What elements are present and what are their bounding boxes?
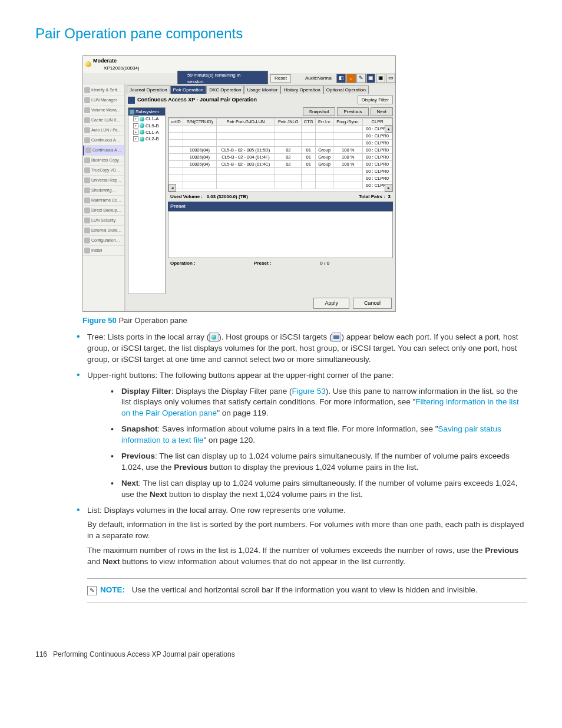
app-icon <box>85 61 91 67</box>
previous-button[interactable]: Previous <box>337 107 368 116</box>
table-row[interactable]: 00 : CLPR0 <box>169 175 392 182</box>
tree-node[interactable]: +CL1-A <box>128 129 165 136</box>
sidebar-item[interactable]: LUN Security <box>83 216 124 226</box>
page-number: 116 <box>35 650 47 658</box>
table-row[interactable]: 10026(04)CL5-B - 02 - 004 (01:4F)0201Gro… <box>169 154 392 161</box>
tree-node[interactable]: +CL1-A <box>128 116 165 122</box>
sidebar-icon <box>84 218 90 223</box>
column-header[interactable]: Pair Port-G-ID-LUN <box>216 118 275 126</box>
expand-icon[interactable]: + <box>133 123 138 129</box>
total-pairs-value: 3 <box>388 194 391 199</box>
reset-button[interactable]: Reset <box>270 74 291 83</box>
table-row[interactable]: 00 : CLPR0 <box>169 126 392 133</box>
sidebar-item[interactable]: Universal Rep… <box>83 176 124 186</box>
bullet-tree: Tree: Lists ports in the local array ().… <box>77 332 527 365</box>
toolbar-icon-3[interactable]: ✎ <box>356 74 366 83</box>
cancel-button[interactable]: Cancel <box>353 298 392 309</box>
tab[interactable]: Usage Monitor <box>244 85 280 94</box>
sidebar-item[interactable]: Continuous A… <box>83 136 124 146</box>
toolbar-icon-1[interactable]: ◧ <box>336 74 346 83</box>
tab[interactable]: DKC Operation <box>206 85 244 94</box>
sidebar-item[interactable]: External Stora… <box>83 226 124 236</box>
sub-next: Next: The list can display up to 1,024 v… <box>111 478 527 500</box>
apply-button[interactable]: Apply <box>313 298 349 309</box>
sidebar-item[interactable]: Identify & Sett… <box>83 85 124 95</box>
left-sidebar: Identify & Sett…LUN ManagerVolume Mana…C… <box>83 84 125 311</box>
tab[interactable]: Optional Operation <box>323 85 369 94</box>
table-row[interactable]: 00 : CLPR0 <box>169 168 392 175</box>
toolbar-icon-6[interactable]: ▭ <box>386 74 395 83</box>
display-filter-button[interactable]: Display Filter <box>358 95 393 104</box>
sidebar-icon <box>84 97 90 103</box>
sidebar-item[interactable]: Auto LUN / Pa… <box>83 126 124 136</box>
sidebar-icon <box>84 197 90 203</box>
tab[interactable]: Journal Operation <box>127 85 170 94</box>
host-group-icon <box>332 332 341 342</box>
tab-row: Journal OperationPair OperationDKC Opera… <box>125 84 395 94</box>
sidebar-icon <box>84 187 90 193</box>
scroll-up-icon[interactable]: ▴ <box>385 125 392 133</box>
tree-root[interactable]: Subsystem <box>128 108 165 116</box>
list-para-2: The maximum number of rows in the list i… <box>87 545 527 568</box>
link-figure-53[interactable]: Figure 53 <box>292 387 326 396</box>
preset-label: Preset : <box>254 261 271 266</box>
sidebar-icon <box>84 87 90 93</box>
sidebar-item[interactable]: LUN Manager <box>83 95 124 106</box>
toolbar-icon-4[interactable]: ▣ <box>366 74 376 83</box>
expand-icon[interactable]: + <box>133 130 138 135</box>
table-row[interactable]: 00 : CLPR0 <box>169 133 392 140</box>
column-header[interactable]: CLPR <box>363 118 392 126</box>
sidebar-icon <box>84 107 90 113</box>
page-heading: Pair Operation pane components <box>35 24 527 44</box>
expand-icon[interactable]: + <box>133 136 138 141</box>
toolbar-icon-5[interactable]: ▣ <box>376 74 385 83</box>
sidebar-item[interactable]: Volume Mana… <box>83 106 124 116</box>
tree-panel[interactable]: Subsystem +CL1-A+CL5-B+CL1-A+CL2-B <box>128 107 166 294</box>
sidebar-item[interactable]: Configuration… <box>83 236 124 246</box>
sidebar-item[interactable]: TrueCopy I/O… <box>83 166 124 176</box>
note-icon: ✎ <box>87 586 97 595</box>
sidebar-item[interactable]: Continuous A… <box>83 146 124 156</box>
port-icon <box>140 123 144 128</box>
note-label: NOTE: <box>100 585 125 594</box>
sidebar-item[interactable]: Cache LUN X… <box>83 116 124 126</box>
snapshot-button[interactable]: Snapshot <box>303 107 336 116</box>
column-header[interactable]: CTG <box>302 118 316 126</box>
summary-row: Used Volume : 0.03 (32000.0) (TB) Total … <box>168 192 393 201</box>
sub-previous: Previous: The list can display up to 1,0… <box>111 451 527 473</box>
next-button[interactable]: Next <box>371 107 393 116</box>
tree-node[interactable]: +CL2-B <box>128 136 165 142</box>
used-volume-label: Used Volume : <box>170 194 203 199</box>
column-header[interactable]: ortID <box>169 118 183 126</box>
table-row[interactable]: 00 : CLPR0 <box>169 182 392 189</box>
tree-root-icon <box>130 110 134 114</box>
port-icon <box>140 130 144 134</box>
scroll-left-icon[interactable]: ◂ <box>168 184 176 192</box>
sub-snapshot: Snapshot: Saves information about volume… <box>111 424 527 446</box>
note-text: Use the vertical and horizontal scroll b… <box>132 585 478 594</box>
tab[interactable]: History Operation <box>280 85 323 94</box>
column-header[interactable]: Prog./Sync. <box>333 118 363 126</box>
expand-icon[interactable]: + <box>133 116 138 121</box>
sidebar-item[interactable]: Direct Backup… <box>83 206 124 216</box>
total-pairs-label: Total Pairs : <box>359 194 385 199</box>
page-footer: 116 Performing Continuous Access XP Jour… <box>35 650 527 660</box>
scroll-right-icon[interactable]: ▸ <box>385 184 392 192</box>
column-header[interactable]: Pair JNLG <box>275 118 302 126</box>
sidebar-item[interactable]: Shadowing… <box>83 186 124 196</box>
toolbar-icon-2[interactable]: ⌵ <box>346 74 356 83</box>
sidebar-item[interactable]: Install <box>83 246 124 256</box>
sidebar-item[interactable]: Business Copy… <box>83 156 124 166</box>
volume-table: ortIDS/N(CTRLID)Pair Port-G-ID-LUNPair J… <box>168 118 392 189</box>
table-row[interactable]: 00 : CLPR0 <box>169 140 392 147</box>
table-row[interactable]: 10026(04)CL5-B - 02 - 003 (01:4C)0201Gro… <box>169 161 392 168</box>
tab[interactable]: Pair Operation <box>170 85 207 94</box>
tree-node[interactable]: +CL5-B <box>128 123 165 129</box>
bullet-upper-right: Upper-right buttons: The following butto… <box>77 370 527 500</box>
table-row[interactable]: 10026(04)CL5-B - 02 - 005 (01:5D)0201Gro… <box>169 147 392 154</box>
column-header[interactable]: S/N(CTRLID) <box>183 118 216 126</box>
sidebar-item[interactable]: Mainframe Co… <box>83 196 124 206</box>
bullet-list-item: List: Displays volumes in the local arra… <box>77 505 527 568</box>
column-header[interactable]: Err Lv. <box>316 118 333 126</box>
sidebar-icon <box>84 127 90 133</box>
